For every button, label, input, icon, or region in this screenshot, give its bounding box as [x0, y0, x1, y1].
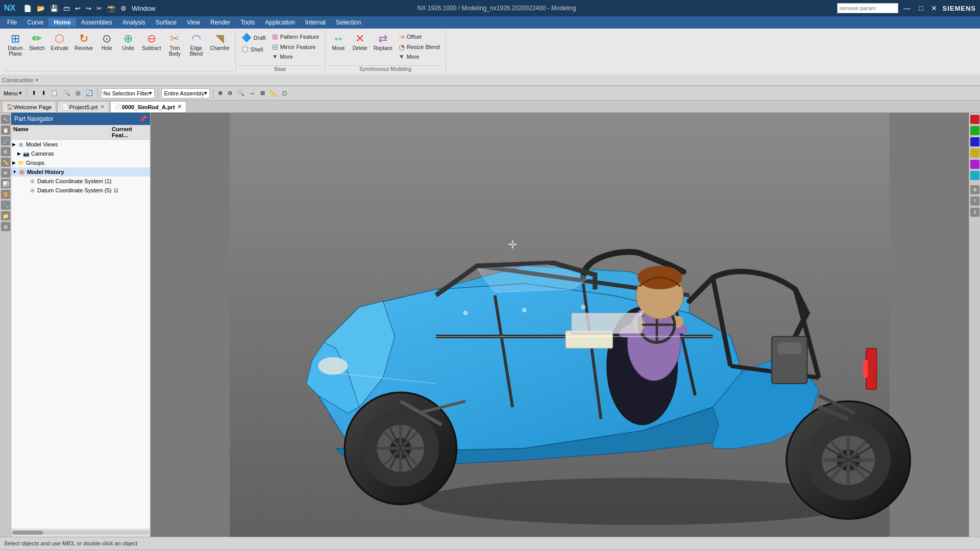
undo-button[interactable]: ↩: [74, 4, 82, 13]
unite-button[interactable]: ⊕ Unite: [118, 32, 138, 53]
nav-item-datum-cs-5[interactable]: ▶ ⊕ Datum Coordinate System (5) ☑: [11, 186, 150, 195]
navigator-pin-button[interactable]: 📌: [139, 115, 147, 122]
open-button[interactable]: 📂: [36, 4, 46, 13]
tb-view-btn-3[interactable]: 🔍: [236, 89, 246, 97]
left-icon-pointer[interactable]: ↖: [1, 115, 10, 124]
left-icon-render[interactable]: 🎨: [1, 190, 10, 199]
menu-render[interactable]: Render: [205, 18, 235, 27]
tb-view-btn-2[interactable]: ⊖: [226, 89, 234, 97]
tb-view-btn-1[interactable]: ⊕: [216, 89, 224, 97]
right-icon-6[interactable]: [970, 171, 979, 180]
menu-tools[interactable]: Tools: [235, 18, 260, 27]
datum-plane-button[interactable]: ⊞ DatumPlane: [5, 32, 26, 58]
maximize-button[interactable]: □: [916, 3, 926, 13]
extrude-button[interactable]: ⬡ Extrude: [48, 32, 71, 53]
right-icon-help[interactable]: ?: [970, 196, 979, 206]
nav-item-model-views[interactable]: ▶ ⊞ Model Views: [11, 140, 150, 149]
tab-simrod[interactable]: 📄 0000_SimRod_A.prt ✕: [110, 101, 186, 112]
navigator-scrollbar[interactable]: [11, 529, 150, 537]
replace-button[interactable]: ⇄ Replace: [371, 32, 395, 53]
tb-icon-6[interactable]: 🔄: [84, 89, 94, 97]
menu-surface[interactable]: Surface: [151, 18, 182, 27]
left-icon-resource[interactable]: 📁: [1, 211, 10, 220]
edge-blend-button[interactable]: ◠ EdgeBlend: [186, 32, 206, 58]
tab-welcome[interactable]: 🏠 Welcome Page: [2, 101, 56, 112]
menu-selection[interactable]: Selection: [331, 18, 366, 27]
close-button[interactable]: ✕: [928, 3, 940, 13]
menu-assemblies[interactable]: Assemblies: [76, 18, 117, 27]
more1-button[interactable]: ▼ More: [270, 52, 322, 61]
tb-icon-1[interactable]: ⬆: [30, 89, 38, 97]
right-icon-2[interactable]: [970, 126, 979, 135]
chamfer-button[interactable]: ◥ Chamfer: [207, 32, 232, 53]
new-button[interactable]: 📄: [22, 4, 33, 13]
window-menu[interactable]: Window: [131, 4, 156, 13]
minimize-button[interactable]: —: [900, 3, 914, 13]
nav-item-model-history[interactable]: ▼ ⊕ Model History: [11, 167, 150, 177]
hole-button[interactable]: ⊙ Hole: [96, 32, 117, 53]
menu-internal[interactable]: Internal: [300, 18, 331, 27]
nav-item-cameras[interactable]: ▶ 📷 Cameras: [11, 149, 150, 158]
assembly-filter-dropdown[interactable]: Entire Assembly ▾: [161, 88, 210, 98]
tb-view-btn-6[interactable]: 📐: [268, 89, 279, 97]
tb-icon-2[interactable]: ⬇: [40, 89, 47, 97]
cut-button[interactable]: ✂: [95, 4, 103, 13]
pattern-feature-button[interactable]: ⊞ Pattern Feature: [270, 32, 322, 42]
search-input[interactable]: [837, 3, 898, 13]
delete-face-button[interactable]: ✕ Delete: [350, 32, 370, 53]
nav-item-datum-cs-1[interactable]: ▶ ⊕ Datum Coordinate System (1): [11, 177, 150, 186]
left-icon-tool[interactable]: 🔧: [1, 201, 10, 210]
viewport[interactable]: ✛: [151, 113, 969, 537]
redo-button[interactable]: ↪: [85, 4, 92, 13]
scrollbar-thumb[interactable]: [12, 531, 43, 535]
tb-view-btn-5[interactable]: ⊞: [259, 89, 266, 97]
offset-button[interactable]: ⇥ Offset: [396, 32, 443, 42]
revolve-button[interactable]: ↻ Revolve: [72, 32, 95, 53]
menu-view[interactable]: View: [182, 18, 205, 27]
tb-view-btn-7[interactable]: ◻: [281, 89, 288, 97]
right-icon-5[interactable]: [970, 160, 979, 169]
tab-simrod-close[interactable]: ✕: [177, 104, 182, 110]
construction-dropdown-arrow[interactable]: ▾: [36, 78, 38, 83]
menu-file[interactable]: File: [2, 18, 22, 27]
tb-icon-5[interactable]: ◎: [74, 89, 82, 97]
left-icon-constraint[interactable]: 🔗: [1, 136, 10, 145]
shell-button[interactable]: ⬡ Shell: [239, 43, 268, 55]
tb-view-btn-4[interactable]: ↔: [248, 89, 257, 97]
right-icon-info[interactable]: ℹ: [970, 208, 979, 217]
right-icon-settings[interactable]: ⚙: [970, 185, 979, 194]
right-icon-4[interactable]: [970, 148, 979, 158]
resize-blend-button[interactable]: ◔ Resize Blend: [396, 42, 443, 52]
left-icon-analysis[interactable]: 📊: [1, 179, 10, 188]
menu-application[interactable]: Application: [260, 18, 300, 27]
menu-curve[interactable]: Curve: [22, 18, 48, 27]
left-icon-process[interactable]: ⊞: [1, 222, 10, 231]
tab-project5[interactable]: 📄 Project5.prt ✕: [57, 101, 109, 112]
snapshot-button[interactable]: 📸: [106, 4, 116, 13]
tb-icon-3[interactable]: 📋: [50, 89, 60, 97]
trim-body-button[interactable]: ✂ TrimBody: [164, 32, 185, 58]
save-all-button[interactable]: 🗃: [62, 4, 71, 13]
selection-filter-dropdown[interactable]: No Selection Filter ▾: [101, 88, 155, 98]
mirror-feature-button[interactable]: ⊟ Mirror Feature: [270, 42, 322, 52]
left-icon-history[interactable]: 📋: [1, 126, 10, 135]
left-icon-assembly[interactable]: ⚙: [1, 147, 10, 156]
tab-project5-close[interactable]: ✕: [100, 104, 105, 110]
tb-icon-4[interactable]: 🔍: [62, 89, 72, 97]
menu-dropdown-button[interactable]: Menu ▾: [2, 89, 23, 97]
menu-home[interactable]: Home: [48, 18, 76, 27]
sketch-button[interactable]: ✏ Sketch: [27, 32, 47, 53]
viewport-canvas: [151, 113, 969, 537]
subtract-button[interactable]: ⊖ Subtract: [139, 32, 163, 53]
nav-item-groups[interactable]: ▶ 📁 Groups: [11, 158, 150, 167]
move-button[interactable]: ↔ Move: [328, 32, 349, 53]
right-icon-1[interactable]: [970, 115, 979, 124]
right-icon-3[interactable]: [970, 137, 979, 146]
save-button[interactable]: 💾: [49, 4, 59, 13]
menu-analysis[interactable]: Analysis: [117, 18, 151, 27]
more2-button[interactable]: ▼ More: [396, 52, 443, 61]
left-icon-view[interactable]: 👁: [1, 168, 10, 178]
draft-button[interactable]: 🔷 Draft: [239, 32, 268, 43]
settings-button[interactable]: ⚙: [119, 4, 128, 13]
left-icon-measure[interactable]: 📏: [1, 158, 10, 167]
